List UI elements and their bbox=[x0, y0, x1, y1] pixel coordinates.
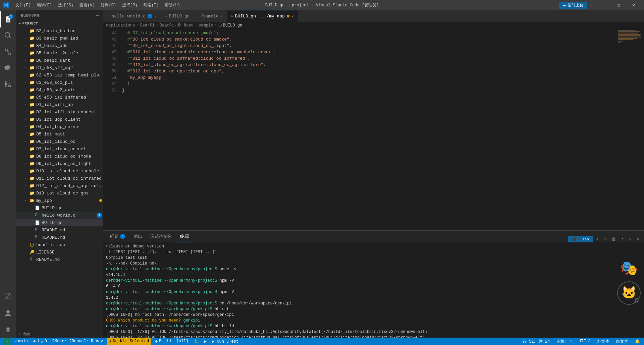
activity-accounts[interactable] bbox=[0, 305, 16, 322]
sidebar-item-d8[interactable]: › 📁 D8_iot_cloud_oc_smoke bbox=[16, 153, 103, 160]
statusbar-git[interactable]: ⑂ main bbox=[13, 338, 29, 345]
panel-tab-debug-console[interactable]: 调试控制台 bbox=[146, 231, 176, 242]
statusbar-run-ctest[interactable]: ▶ Run CTest bbox=[211, 338, 240, 345]
sidebar-item-d10[interactable]: › 📁 D10_iot_cloud_oc_manhole_cover bbox=[16, 167, 103, 175]
sidebar-item-license[interactable]: 🔑 LICENSE bbox=[16, 248, 103, 256]
panel-tab-terminal[interactable]: 终端 bbox=[176, 231, 193, 242]
tab-close-icon[interactable]: ✕ bbox=[221, 14, 223, 18]
tab-close-icon[interactable]: ✕ bbox=[154, 14, 157, 18]
menu-view[interactable]: 查看(V) bbox=[77, 2, 98, 9]
sidebar-item-d6[interactable]: › 📁 D6_iot_cloud_oc bbox=[16, 138, 103, 145]
tab-close-icon[interactable]: ✕ bbox=[291, 14, 294, 18]
tab-buildgn-sample[interactable]: G BUILD.gn .../sample ✕ bbox=[161, 10, 227, 22]
activity-source-control[interactable] bbox=[0, 44, 16, 60]
sidebar-item-d5[interactable]: › 📁 D5_iot_mqtt bbox=[16, 130, 103, 138]
sidebar-item-helloworldc[interactable]: C hello_world.c 1 bbox=[16, 212, 103, 219]
sidebar-item-b6[interactable]: › 📁 B6_basic_uart bbox=[16, 57, 103, 64]
upload-button[interactable]: ☁ 临时上传 bbox=[559, 2, 587, 9]
statusbar-play-icon[interactable]: ▶ bbox=[203, 338, 208, 345]
statusbar-build[interactable]: ⚙ Build bbox=[154, 338, 172, 345]
panel-tab-output[interactable]: 输出 bbox=[129, 231, 146, 242]
sidebar-item-b3[interactable]: › 📁 B3_basic_pwm_led bbox=[16, 35, 103, 42]
sidebar-item-c3[interactable]: › 📁 C3_e53_sc1_pls bbox=[16, 79, 103, 86]
activity-explorer[interactable]: 1 bbox=[0, 11, 16, 27]
minimize-button[interactable]: — bbox=[595, 0, 610, 10]
sidebar-item-c5[interactable]: › 📁 C5_e53_is1_infrared bbox=[16, 94, 103, 101]
breadcrumb-part1[interactable]: BearPi bbox=[140, 23, 155, 28]
tab-buildgn-myapp[interactable]: G BUILD.gn .../my_app ✕ bbox=[227, 10, 298, 22]
menu-file[interactable]: 文件(F) bbox=[13, 2, 34, 9]
statusbar-errors[interactable]: ⊙ 1 ⚠ 0 bbox=[32, 338, 48, 345]
statusbar-notification[interactable]: 🔔 bbox=[634, 338, 641, 345]
sidebar-item-d11[interactable]: › 📁 D11_iot_cloud_oc_infrared bbox=[16, 175, 103, 182]
activity-settings[interactable] bbox=[0, 322, 16, 338]
terminal[interactable]: release or debug version. -t [TEST [TEST… bbox=[103, 242, 644, 338]
sidebar-item-c1[interactable]: › 📁 C1_e53_sf1_mq2 bbox=[16, 64, 103, 71]
outline-section[interactable]: › 大纲 bbox=[16, 330, 103, 338]
statusbar-line-col[interactable]: 行 51, 列 24 bbox=[521, 338, 551, 345]
sidebar-item-c4[interactable]: › 📁 C4_e53_sc2_axis bbox=[16, 86, 103, 94]
sidebar-item-d7[interactable]: › 📁 D7_iot_cloud_onenet bbox=[16, 145, 103, 153]
menu-run[interactable]: 运行(R) bbox=[119, 2, 140, 9]
activity-remote[interactable] bbox=[0, 288, 16, 304]
close-panel-icon[interactable]: ✕ bbox=[635, 236, 641, 242]
tab-helloworldc[interactable]: C hello_world.c 1 ✕ bbox=[103, 10, 161, 22]
code-editor[interactable]: # D7_iot_cloud_onenet:onenet_mq{c}; #"D8… bbox=[119, 29, 617, 230]
statusbar-cmake[interactable]: CMake: [Debug]: Ready bbox=[51, 338, 104, 345]
activity-debug[interactable] bbox=[0, 60, 16, 76]
close-button[interactable]: ✕ bbox=[626, 0, 641, 10]
trash-terminal-icon[interactable]: 🗑 bbox=[610, 236, 618, 242]
sidebar-item-d3[interactable]: › 📁 D3_iot_udp_client bbox=[16, 116, 103, 123]
sidebar-item-readme2[interactable]: M README.md bbox=[16, 234, 103, 241]
add-terminal-icon[interactable]: + bbox=[594, 236, 601, 242]
chevron-right: › bbox=[24, 66, 30, 70]
new-file-icon[interactable]: ⋯ bbox=[96, 13, 99, 18]
statusbar-remote[interactable]: ⇄ bbox=[3, 338, 10, 345]
chevron-up-icon[interactable]: ∧ bbox=[619, 236, 626, 242]
statusbar-lang[interactable]: 纯文本 bbox=[615, 338, 630, 345]
sidebar-item-d4[interactable]: › 📁 D4_iot_tcp_server bbox=[16, 123, 103, 130]
panel-tab-problems[interactable]: 问题 1 bbox=[106, 231, 129, 242]
sidebar-item-d9[interactable]: › 📁 D9_iot_cloud_oc_light bbox=[16, 160, 103, 167]
sidebar-item-myapp[interactable]: ▾ 📂 my_app bbox=[16, 197, 103, 204]
ssh-tag[interactable]: ⬛ ssh bbox=[568, 236, 593, 242]
activity-search[interactable] bbox=[0, 27, 16, 44]
breadcrumb-part2[interactable]: BearPi-HM_Nano bbox=[160, 23, 194, 28]
window-title: BUILD.gn - project - Visual Studio Code … bbox=[265, 2, 379, 8]
statusbar-target[interactable]: [all] bbox=[175, 338, 190, 345]
statusbar-nokit[interactable]: ⚡ No Kit Selected bbox=[107, 338, 151, 345]
menu-select[interactable]: 选择(S) bbox=[55, 2, 76, 9]
menu-terminal[interactable]: 终端(T) bbox=[141, 2, 162, 9]
sidebar-item-d1[interactable]: › 📁 D1_iot_wifi_ap bbox=[16, 101, 103, 108]
statusbar-spaces[interactable]: 空格: 4 bbox=[555, 338, 573, 345]
project-section[interactable]: ▾ PROJECT bbox=[16, 20, 103, 27]
maximize-button[interactable]: ❐ bbox=[610, 0, 626, 10]
chevron-down-icon[interactable]: ∨ bbox=[627, 236, 634, 242]
sidebar-item-readme1[interactable]: M README.md bbox=[16, 226, 103, 234]
breadcrumb-part3[interactable]: sample bbox=[199, 23, 213, 28]
sidebar-item-d2[interactable]: › 📁 D2_iot_wifi_sta_connect bbox=[16, 108, 103, 116]
folder-icon: 📁 bbox=[30, 110, 35, 115]
chevron-right: › bbox=[24, 51, 30, 55]
breadcrumb-part0[interactable]: applications bbox=[106, 23, 135, 28]
sidebar-item-b4[interactable]: › 📁 B4_basic_adc bbox=[16, 42, 103, 49]
statusbar-eol[interactable]: 纯文本 bbox=[596, 338, 611, 345]
sidebar-item-c2[interactable]: › 📁 C2_e53_ia1_temp_humi_pls bbox=[16, 71, 103, 79]
sidebar-item-buildgn1[interactable]: 📄 BUILD.gn bbox=[16, 204, 103, 212]
layout-icon1[interactable]: ⊞ bbox=[590, 2, 592, 8]
sidebar-item-b5[interactable]: › 📁 B5_basic_i2c_nfc bbox=[16, 49, 103, 57]
sidebar-item-buildgn-active[interactable]: 📄 BUILD.gn bbox=[16, 219, 103, 226]
sidebar-item-d12[interactable]: › 📁 D12_iot_cloud_oc_agriculture bbox=[16, 182, 103, 189]
sidebar-item-bundle[interactable]: {} bundle.json bbox=[16, 241, 103, 248]
breadcrumb-part4[interactable]: ⬡ BUILD.gn bbox=[218, 23, 243, 28]
menu-edit[interactable]: 编辑(E) bbox=[34, 2, 55, 9]
sidebar-item-readme-root[interactable]: M README.md bbox=[16, 256, 103, 263]
menu-goto[interactable]: 转到(G) bbox=[98, 2, 119, 9]
statusbar-encoding[interactable]: UTF-8 bbox=[577, 338, 592, 345]
menu-help[interactable]: 帮助(H) bbox=[162, 2, 183, 9]
sidebar-item-d13[interactable]: › 📁 D13_iot_cloud_oc_gps bbox=[16, 189, 103, 197]
statusbar-debug-icon[interactable]: 🐛 bbox=[193, 338, 200, 345]
activity-extensions[interactable] bbox=[0, 76, 16, 92]
sidebar-item-b2[interactable]: › 📁 B2_basic_button bbox=[16, 27, 103, 35]
split-terminal-icon[interactable]: ⊡ bbox=[602, 236, 608, 242]
